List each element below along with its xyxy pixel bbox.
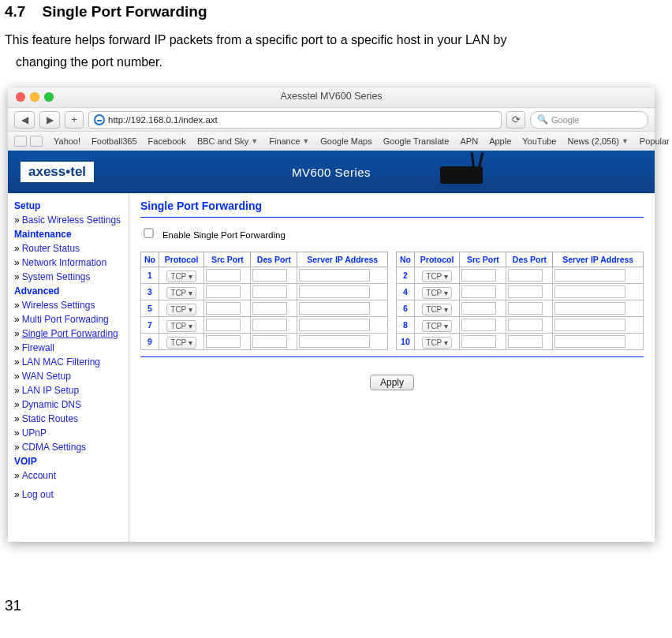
- sidebar-item[interactable]: »Multi Port Forwading: [14, 314, 122, 325]
- server-ip-input[interactable]: [299, 319, 370, 331]
- add-tab-button[interactable]: +: [65, 111, 84, 129]
- bookmark-item[interactable]: Popular▼: [640, 136, 672, 146]
- section-paragraph-line2: changing the port number.: [5, 54, 667, 71]
- server-ip-input[interactable]: [299, 335, 370, 348]
- src-port-input[interactable]: [461, 335, 496, 348]
- col-srcport: Src Port: [460, 252, 506, 267]
- sidebar-item[interactable]: »Firewall: [14, 342, 122, 353]
- sidebar-item[interactable]: »Account: [14, 470, 122, 481]
- bookmark-item[interactable]: Football365: [91, 136, 137, 146]
- bookmark-item[interactable]: YouTube: [522, 136, 556, 146]
- table-row: 5 TCP ▾: [141, 300, 388, 317]
- search-field[interactable]: 🔍 Google: [530, 111, 648, 129]
- bookmark-item[interactable]: Yahoo!: [54, 136, 80, 146]
- sidebar-item[interactable]: »UPnP: [14, 427, 122, 438]
- des-port-input[interactable]: [252, 319, 287, 331]
- server-ip-input[interactable]: [299, 285, 370, 298]
- back-button[interactable]: ◀: [14, 111, 35, 129]
- sidebar-item[interactable]: »Dynamic DNS: [14, 399, 122, 410]
- protocol-select[interactable]: TCP ▾: [422, 270, 452, 282]
- des-port-input[interactable]: [508, 335, 543, 348]
- protocol-select[interactable]: TCP ▾: [422, 287, 452, 299]
- sidebar-item-single-port-forwarding[interactable]: »Single Port Forwarding: [14, 328, 122, 339]
- server-ip-input[interactable]: [299, 302, 370, 315]
- sidebar-item[interactable]: »WAN Setup: [14, 371, 122, 382]
- bookmark-item[interactable]: BBC and Sky▼: [197, 136, 258, 146]
- sidebar-item[interactable]: »Basic Wireless Settings: [14, 215, 122, 226]
- topsites-icon[interactable]: [30, 136, 43, 147]
- protocol-select[interactable]: TCP ▾: [166, 287, 196, 299]
- table-row: 9 TCP ▾: [141, 334, 388, 350]
- screenshot-window: Axesstel MV600 Series ◀ ▶ + http://192.1…: [8, 88, 655, 542]
- src-port-input[interactable]: [206, 302, 241, 315]
- src-port-input[interactable]: [461, 285, 496, 298]
- url-text: http://192.168.0.1/index.axt: [108, 115, 218, 125]
- server-ip-input[interactable]: [554, 269, 625, 282]
- src-port-input[interactable]: [206, 285, 241, 298]
- table-row: 1 TCP ▾: [141, 267, 388, 284]
- table-row: 10 TCP ▾: [397, 334, 644, 350]
- server-ip-input[interactable]: [554, 335, 625, 348]
- protocol-select[interactable]: TCP ▾: [166, 337, 196, 349]
- src-port-input[interactable]: [461, 319, 496, 331]
- address-bar[interactable]: http://192.168.0.1/index.axt: [88, 111, 502, 129]
- server-ip-input[interactable]: [299, 269, 370, 282]
- sidebar-item[interactable]: »Router Status: [14, 243, 122, 254]
- src-port-input[interactable]: [206, 269, 241, 282]
- des-port-input[interactable]: [252, 285, 287, 298]
- sidebar-heading-advanced: Advanced: [14, 285, 122, 297]
- protocol-select[interactable]: TCP ▾: [422, 304, 452, 315]
- reload-button[interactable]: ⟳: [506, 111, 525, 129]
- sidebar-item[interactable]: »Network Information: [14, 257, 122, 268]
- bookmark-item[interactable]: Apple: [489, 136, 511, 146]
- col-serverip: Server IP Address: [297, 252, 388, 267]
- des-port-input[interactable]: [508, 269, 543, 282]
- server-ip-input[interactable]: [554, 319, 625, 331]
- protocol-select[interactable]: TCP ▾: [422, 337, 452, 349]
- server-ip-input[interactable]: [554, 302, 625, 315]
- src-port-input[interactable]: [461, 269, 496, 282]
- bookmark-item[interactable]: Finance▼: [269, 136, 309, 146]
- sidebar-item-logout[interactable]: »Log out: [14, 489, 122, 500]
- protocol-select[interactable]: TCP ▾: [166, 320, 196, 332]
- sidebar-item[interactable]: »CDMA Settings: [14, 442, 122, 453]
- des-port-input[interactable]: [508, 302, 543, 315]
- sidebar-item[interactable]: »LAN MAC Filtering: [14, 356, 122, 368]
- protocol-select[interactable]: TCP ▾: [166, 304, 196, 315]
- bookmark-item[interactable]: Google Maps: [320, 136, 371, 146]
- bookmark-item[interactable]: Facebook: [148, 136, 186, 146]
- section-title: Single Port Forwarding: [43, 3, 207, 20]
- sidebar-item[interactable]: »LAN IP Setup: [14, 385, 122, 396]
- enable-checkbox[interactable]: [144, 229, 153, 238]
- window-title: Axesstel MV600 Series: [8, 91, 655, 102]
- sidebar-item[interactable]: »System Settings: [14, 271, 122, 282]
- src-port-input[interactable]: [206, 335, 241, 348]
- des-port-input[interactable]: [508, 319, 543, 331]
- protocol-select[interactable]: TCP ▾: [422, 320, 452, 332]
- des-port-input[interactable]: [508, 285, 543, 298]
- des-port-input[interactable]: [252, 269, 287, 282]
- sidebar-item[interactable]: »Wireless Settings: [14, 300, 122, 311]
- table-row: 6 TCP ▾: [397, 300, 644, 317]
- bookmark-item[interactable]: News (2,056)▼: [568, 136, 629, 146]
- forward-button[interactable]: ▶: [39, 111, 60, 129]
- protocol-select[interactable]: TCP ▾: [166, 270, 196, 282]
- bookmark-item[interactable]: Google Translate: [383, 136, 450, 146]
- table-row: 7 TCP ▾: [141, 317, 388, 334]
- col-serverip: Server IP Address: [553, 252, 644, 267]
- col-no: No: [397, 252, 415, 267]
- sidebar-heading-setup: Setup: [14, 200, 122, 211]
- src-port-input[interactable]: [206, 319, 241, 331]
- apply-button[interactable]: Apply: [370, 375, 414, 390]
- bookmark-item[interactable]: APN: [461, 136, 479, 146]
- row-no: 2: [397, 267, 415, 284]
- bookmarks-icon[interactable]: [14, 136, 27, 147]
- des-port-input[interactable]: [252, 302, 287, 315]
- search-icon: 🔍: [537, 114, 548, 125]
- sidebar-heading-maintenance: Maintenance: [14, 229, 122, 240]
- des-port-input[interactable]: [252, 335, 287, 348]
- sidebar-item[interactable]: »Static Routes: [14, 413, 122, 424]
- server-ip-input[interactable]: [554, 285, 625, 298]
- product-name: MV600 Series: [292, 166, 371, 179]
- src-port-input[interactable]: [461, 302, 496, 315]
